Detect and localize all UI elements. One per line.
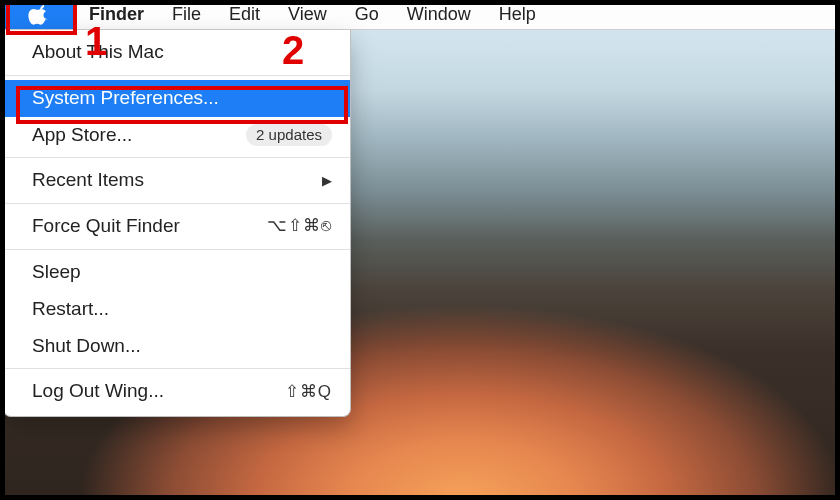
menu-separator [4,368,350,369]
menu-item-about-this-mac[interactable]: About This Mac [4,34,350,71]
menu-item-force-quit[interactable]: Force Quit Finder ⌥⇧⌘⎋ [4,208,350,245]
updates-badge: 2 updates [246,124,332,146]
menu-item-label: Force Quit Finder [32,215,180,238]
menu-item-system-preferences[interactable]: System Preferences... [4,80,350,117]
menu-item-app-store[interactable]: App Store... 2 updates [4,117,350,154]
menu-item-shortcut: ⇧⌘Q [285,382,332,402]
menu-item-label: Recent Items [32,169,144,192]
menu-item-label: Sleep [32,261,81,284]
menubar-item-file[interactable]: File [158,4,215,25]
menu-item-recent-items[interactable]: Recent Items ▶ [4,162,350,199]
menubar-item-edit[interactable]: Edit [215,4,274,25]
menu-item-shortcut: ⌥⇧⌘⎋ [267,216,332,236]
menu-item-label: Shut Down... [32,335,141,358]
menubar-item-view[interactable]: View [274,4,341,25]
menu-item-restart[interactable]: Restart... [4,291,350,328]
apple-menu-button[interactable] [0,0,75,29]
menu-item-log-out[interactable]: Log Out Wing... ⇧⌘Q [4,373,350,410]
menu-separator [4,157,350,158]
apple-logo-icon [28,4,48,26]
submenu-arrow-icon: ▶ [322,173,332,189]
menu-item-label: Log Out Wing... [32,380,164,403]
menu-item-shut-down[interactable]: Shut Down... [4,328,350,365]
menu-item-label: App Store... [32,124,132,147]
menubar-app-name[interactable]: Finder [75,4,158,25]
menu-item-label: Restart... [32,298,109,321]
menu-bar: Finder File Edit View Go Window Help [0,0,840,30]
menu-separator [4,75,350,76]
menu-item-label: System Preferences... [32,87,219,110]
menubar-item-window[interactable]: Window [393,4,485,25]
menu-separator [4,249,350,250]
menubar-item-go[interactable]: Go [341,4,393,25]
menu-item-label: About This Mac [32,41,164,64]
menu-separator [4,203,350,204]
apple-menu-dropdown: About This Mac System Preferences... App… [3,30,351,417]
menu-item-sleep[interactable]: Sleep [4,254,350,291]
menubar-item-help[interactable]: Help [485,4,550,25]
